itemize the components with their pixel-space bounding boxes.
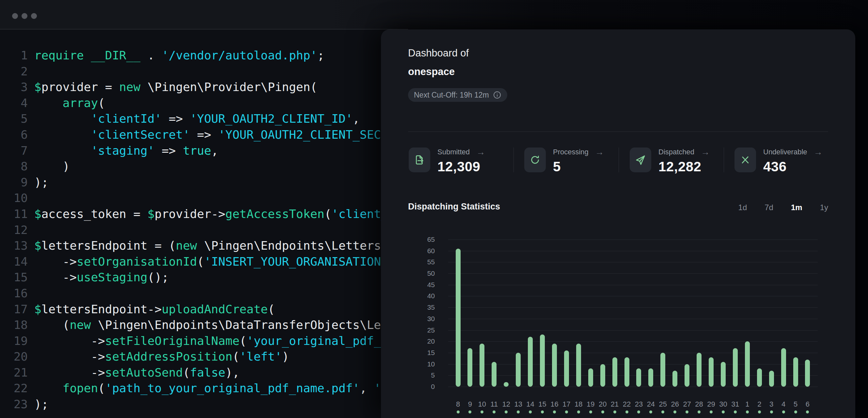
stat-label-row: Submitted→ xyxy=(437,148,485,156)
code-text: ->setAutoSend(false), xyxy=(34,365,240,381)
code-token: -> xyxy=(34,366,105,379)
line-number: 4 xyxy=(0,95,28,111)
day-status-dot xyxy=(480,411,484,413)
day-status-dot xyxy=(553,411,556,413)
code-token: provider-> xyxy=(154,207,225,221)
day-status-dot xyxy=(806,411,809,413)
line-number: 22 xyxy=(0,381,28,396)
stat-text: Processing→5 xyxy=(553,148,604,174)
day-status-dot xyxy=(541,411,544,413)
code-text: ->useStaging(); xyxy=(34,269,169,286)
code-text: 'clientSecret' => 'YOUR_OAUTH2_CLIENT_SE… xyxy=(34,127,416,143)
code-token: ; xyxy=(317,49,324,62)
bar-day-16 xyxy=(552,344,557,387)
range-option-1m[interactable]: 1m xyxy=(791,203,802,212)
y-axis-tick: 50 xyxy=(381,269,435,278)
line-number: 19 xyxy=(0,333,28,349)
code-text: ); xyxy=(34,396,48,413)
file-export-icon xyxy=(413,154,426,166)
code-token: access_token = xyxy=(41,207,148,221)
gridline xyxy=(448,251,818,251)
bar-day-1 xyxy=(745,341,750,387)
window-control-dot[interactable] xyxy=(31,13,37,19)
y-axis-tick: 5 xyxy=(381,371,435,380)
window-control-dot[interactable] xyxy=(22,13,27,19)
day-status-dot xyxy=(746,411,749,413)
code-token: -> xyxy=(34,350,105,363)
gridline xyxy=(448,364,818,364)
bar-day-27 xyxy=(685,364,689,387)
code-token xyxy=(34,381,63,395)
day-status-dot xyxy=(589,411,592,413)
range-option-1d[interactable]: 1d xyxy=(738,203,747,212)
bar-day-23 xyxy=(636,368,641,387)
code-text: ); xyxy=(34,174,48,191)
arrow-right-icon[interactable]: → xyxy=(701,149,710,156)
range-option-1y[interactable]: 1y xyxy=(820,203,828,212)
screenshot-root: 1require __DIR__ . '/vendor/autoload.php… xyxy=(0,0,868,418)
bar-day-5 xyxy=(793,357,798,387)
code-token: $ xyxy=(34,207,41,221)
gridline xyxy=(448,285,818,285)
code-token: 'clientSecret' xyxy=(91,128,190,141)
line-number: 18 xyxy=(0,317,28,333)
day-status-dot xyxy=(517,411,520,413)
day-status-dot xyxy=(468,411,471,413)
code-token: ); xyxy=(34,397,48,411)
bar-day-6 xyxy=(805,360,810,387)
cutoff-badge[interactable]: Next Cut-Off: 19h 12m xyxy=(408,88,507,102)
gridline xyxy=(448,239,818,240)
bar-day-15 xyxy=(540,334,545,387)
code-token: 'path_to_your_original_pdf_name.pdf' xyxy=(105,381,360,395)
line-number: 7 xyxy=(0,143,28,159)
bar-day-9 xyxy=(467,348,472,387)
line-number: 6 xyxy=(0,127,28,143)
code-token: $ xyxy=(34,239,41,252)
bar-day-24 xyxy=(648,368,653,387)
line-number: 11 xyxy=(0,206,28,222)
code-token: 'INSERT_YOUR_ORGANISATION_ID' xyxy=(204,255,409,268)
line-number: 1 xyxy=(0,47,28,64)
stat-card-dispatched[interactable]: Dispatched→12,282 xyxy=(630,148,710,174)
code-token: true xyxy=(183,144,211,157)
info-icon[interactable] xyxy=(493,91,501,99)
code-token: setAutoSend xyxy=(105,366,183,379)
bar-day-18 xyxy=(576,344,581,387)
range-selector: 1d7d1m1y xyxy=(738,203,828,212)
code-editor[interactable]: 1require __DIR__ . '/vendor/autoload.php… xyxy=(0,29,408,418)
day-status-dot xyxy=(613,411,616,413)
code-token xyxy=(34,112,91,125)
line-number: 14 xyxy=(0,254,28,270)
line-number: 17 xyxy=(0,301,28,318)
code-token: $ xyxy=(34,302,41,316)
stat-card-processing[interactable]: Processing→5 xyxy=(524,148,604,174)
arrow-right-icon[interactable]: → xyxy=(814,149,823,156)
line-number: 12 xyxy=(0,222,28,238)
day-status-dot xyxy=(625,411,628,413)
day-status-dot xyxy=(661,411,664,413)
stat-card-undeliverable[interactable]: Undeliverable→436 xyxy=(735,148,823,174)
arrow-right-icon[interactable]: → xyxy=(476,149,485,156)
line-number: 15 xyxy=(0,269,28,286)
stat-divider xyxy=(619,148,619,172)
code-token: uploadAndCreate xyxy=(162,302,268,316)
gridline xyxy=(448,330,818,330)
y-axis-tick: 40 xyxy=(381,292,435,300)
y-axis-tick: 55 xyxy=(381,258,435,266)
code-token: ( xyxy=(232,350,240,363)
stat-icon-tile xyxy=(630,148,651,172)
bar-day-14 xyxy=(528,337,533,387)
gridline xyxy=(448,262,818,262)
bar-day-29 xyxy=(709,357,714,387)
range-option-7d[interactable]: 7d xyxy=(765,203,773,212)
code-token: ), xyxy=(225,366,239,379)
stat-card-submitted[interactable]: Submitted→12,309 xyxy=(409,148,485,174)
code-token: false xyxy=(190,366,225,379)
window-control-dot[interactable] xyxy=(12,13,18,19)
code-token: -> xyxy=(34,270,77,284)
line-number: 20 xyxy=(0,349,28,365)
day-status-dot xyxy=(637,411,640,413)
y-axis-tick: 15 xyxy=(381,349,435,357)
code-token: ( xyxy=(324,207,332,221)
arrow-right-icon[interactable]: → xyxy=(595,149,604,156)
